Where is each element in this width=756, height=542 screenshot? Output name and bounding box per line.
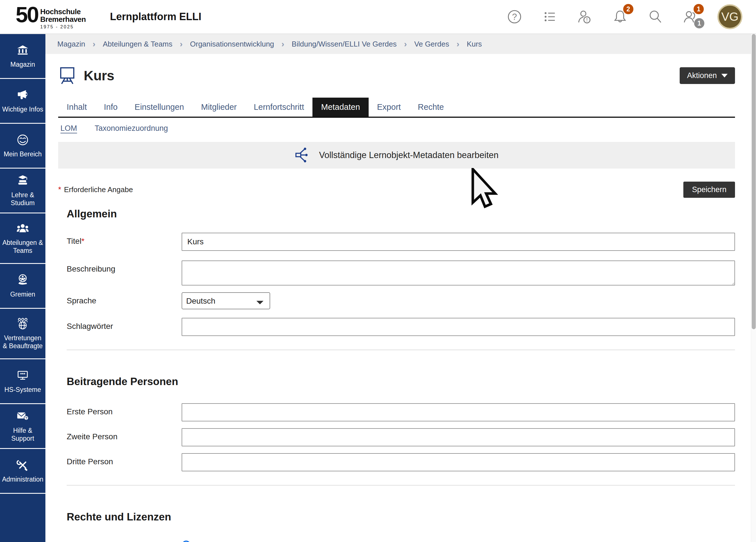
monitor-icon: ***: [16, 369, 29, 383]
contacts-icon[interactable]: 1 1: [682, 9, 699, 25]
tab-bar: Inhalt Info Einstellungen Mitglieder Ler…: [58, 98, 735, 118]
schlagwoerter-input[interactable]: [182, 318, 735, 336]
zweite-person-input[interactable]: [182, 428, 735, 446]
tab-einstellungen[interactable]: Einstellungen: [126, 98, 192, 117]
section-heading-allgemein: Allgemein: [67, 208, 735, 220]
tab-lernfortschritt[interactable]: Lernfortschritt: [245, 98, 312, 117]
section-divider: [67, 485, 735, 486]
form-row-dritte-person: Dritte Person: [67, 453, 735, 471]
sidebar-item-hs-systeme[interactable]: *** HS-Systeme: [0, 359, 45, 404]
tab-metadaten[interactable]: Metadaten: [312, 98, 368, 117]
bank-icon: [16, 44, 29, 58]
tab-mitglieder[interactable]: Mitglieder: [192, 98, 245, 117]
required-hint: Erforderliche Angabe: [64, 185, 133, 194]
titel-label: Titel*: [67, 233, 182, 246]
committee-icon: [16, 274, 29, 288]
chevron-down-icon: [721, 74, 728, 77]
logo-line1: Hochschule: [40, 8, 86, 16]
form-row-zweite-person: Zweite Person: [67, 428, 735, 446]
main-sidebar: Magazin Wichtige Infos Mein Bereich Lehr…: [0, 34, 45, 542]
sidebar-item-abteilungen-teams[interactable]: Abteilungen & Teams: [0, 213, 45, 264]
sidebar-item-lehre-studium[interactable]: Lehre & Studium: [0, 169, 45, 213]
bell-icon[interactable]: 2: [612, 9, 628, 25]
user-avatar[interactable]: VG: [717, 4, 742, 29]
svg-text:***: ***: [20, 372, 25, 377]
sidebar-item-magazin[interactable]: Magazin: [0, 34, 45, 79]
globe-people-icon: [16, 317, 29, 331]
section-heading-beitragende: Beitragende Personen: [67, 376, 735, 388]
svg-text:!: !: [586, 17, 588, 23]
sprache-select[interactable]: Deutsch: [182, 292, 270, 309]
sprache-label: Sprache: [67, 292, 182, 305]
books-icon: [16, 174, 29, 188]
breadcrumb-organisationsentwicklung[interactable]: Organisationsentwicklung: [190, 40, 274, 49]
dritte-person-input[interactable]: [182, 453, 735, 471]
breadcrumb-magazin[interactable]: Magazin: [57, 40, 85, 49]
breadcrumb-abteilungen[interactable]: Abteilungen & Teams: [103, 40, 172, 49]
smiley-icon: [16, 133, 29, 148]
edit-full-metadata-banner[interactable]: Vollständige Lernobjekt-Metadaten bearbe…: [58, 142, 735, 169]
required-marker: *: [58, 185, 61, 194]
search-icon[interactable]: [647, 9, 663, 25]
form-row-copyright: Copyright All rights reserved: [67, 541, 735, 542]
sidebar-item-vertretungen[interactable]: Vertretungen & Beauftragte: [0, 309, 45, 359]
section-heading-rechte: Rechte und Lizenzen: [67, 511, 735, 523]
form-row-erste-person: Erste Person: [67, 403, 735, 421]
save-button[interactable]: Speichern: [683, 182, 735, 198]
erste-person-input[interactable]: [182, 403, 735, 421]
zweite-person-label: Zweite Person: [67, 428, 182, 441]
main-content: Magazin › Abteilungen & Teams › Organisa…: [45, 34, 751, 542]
copyright-radio-label: All rights reserved: [195, 541, 258, 542]
form-row-sprache: Sprache Deutsch: [67, 292, 735, 309]
megaphone-icon: [16, 89, 29, 103]
erste-person-label: Erste Person: [67, 403, 182, 416]
course-easel-icon: [58, 65, 76, 86]
actions-button[interactable]: Aktionen: [680, 67, 735, 84]
sidebar-item-hilfe-support[interactable]: ? Hilfe & Support: [0, 404, 45, 449]
subtab-taxonomiezuordnung[interactable]: Taxonomiezuordnung: [95, 124, 168, 133]
subtab-bar: LOM Taxonomiezuordnung: [58, 124, 735, 133]
help-icon[interactable]: ?: [506, 9, 523, 25]
mail-help-icon: ?: [16, 410, 29, 424]
tab-inhalt[interactable]: Inhalt: [58, 98, 95, 117]
svg-text:?: ?: [25, 416, 28, 420]
app-title: Lernplattform ELLI: [110, 11, 201, 23]
svg-text:?: ?: [512, 12, 517, 22]
sidebar-item-gremien[interactable]: Gremien: [0, 264, 45, 309]
schlagwoerter-label: Schlagwörter: [67, 318, 182, 331]
page-title: Kurs: [84, 68, 114, 83]
scrollbar-thumb[interactable]: [752, 34, 756, 329]
university-logo[interactable]: 50 Hochschule Bremerhaven 1975 - 2025: [16, 4, 86, 30]
metadata-nodes-icon: [295, 146, 311, 164]
notifications-badge: 2: [623, 4, 633, 14]
tools-icon: [16, 459, 29, 473]
beschreibung-textarea[interactable]: [182, 261, 735, 285]
contacts-badge-new: 1: [694, 4, 704, 14]
banner-label: Vollständige Lernobjekt-Metadaten bearbe…: [319, 150, 499, 160]
sidebar-item-administration[interactable]: Administration: [0, 449, 45, 494]
avatar-initials: VG: [721, 10, 739, 24]
vertical-scrollbar[interactable]: [751, 34, 756, 542]
tab-rechte[interactable]: Rechte: [409, 98, 452, 117]
section-divider: [67, 350, 735, 350]
contacts-badge-secondary: 1: [694, 18, 704, 28]
copyright-label: Copyright: [67, 541, 182, 542]
list-icon[interactable]: [541, 9, 558, 25]
breadcrumb-bildung-wissen[interactable]: Bildung/Wissen/ELLI Ve Gerdes: [292, 40, 397, 49]
user-alert-icon[interactable]: !: [577, 9, 593, 25]
titel-input[interactable]: [182, 233, 735, 251]
breadcrumb-ve-gerdes[interactable]: Ve Gerdes: [414, 40, 449, 49]
breadcrumb-kurs[interactable]: Kurs: [467, 40, 482, 49]
sidebar-item-mein-bereich[interactable]: Mein Bereich: [0, 124, 45, 169]
copyright-radio[interactable]: [182, 541, 191, 542]
form-row-schlagwoerter: Schlagwörter: [67, 318, 735, 336]
tab-export[interactable]: Export: [369, 98, 409, 117]
sidebar-item-wichtige-infos[interactable]: Wichtige Infos: [0, 79, 45, 124]
top-header: 50 Hochschule Bremerhaven 1975 - 2025 Le…: [0, 0, 756, 34]
subtab-lom[interactable]: LOM: [60, 124, 77, 133]
tab-info[interactable]: Info: [95, 98, 126, 117]
form-row-titel: Titel*: [67, 233, 735, 251]
logo-line2: Bremerhaven: [40, 16, 86, 23]
dritte-person-label: Dritte Person: [67, 453, 182, 466]
breadcrumb: Magazin › Abteilungen & Teams › Organisa…: [45, 34, 751, 54]
